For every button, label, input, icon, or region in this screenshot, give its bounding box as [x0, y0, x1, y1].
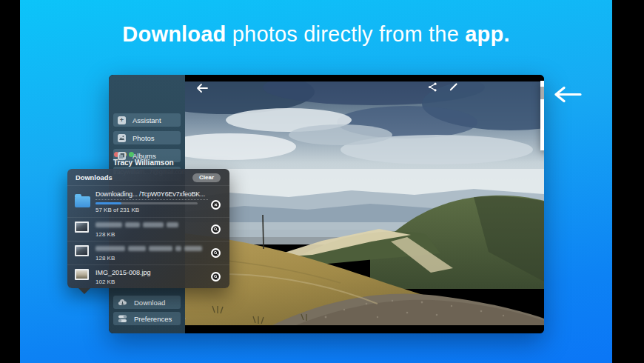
download-size: 128 KB — [95, 255, 115, 262]
download-row: IMG_2015-008.jpg 102 KB — [67, 264, 229, 288]
reveal-in-finder-button[interactable] — [211, 272, 221, 282]
albums-icon — [118, 152, 126, 160]
blurred-filename — [95, 222, 178, 227]
downloads-title: Downloads — [76, 174, 113, 182]
clear-button[interactable]: Clear — [192, 173, 221, 182]
blurred-filename — [95, 246, 202, 251]
menu-item-add-to-album[interactable]: Add to album — [540, 120, 544, 132]
landscape-photo — [185, 81, 544, 325]
photo-thumbnail — [75, 222, 89, 233]
menu-item-add-to-shared-album[interactable]: Add to shared album — [540, 136, 544, 148]
download-row: 128 KB — [67, 241, 229, 264]
menu-item-rotate[interactable]: Rotate Shift+R — [540, 104, 544, 116]
sidebar-item-label: Download — [134, 299, 165, 307]
pointer-arrow-icon — [551, 85, 583, 104]
context-menu: Download Rotate Shift+R Add to album Add… — [540, 81, 544, 150]
download-size: 102 KB — [95, 279, 115, 285]
reveal-in-finder-button[interactable] — [211, 224, 221, 234]
magnifier-icon — [212, 250, 219, 256]
progress-fill — [95, 202, 121, 204]
sidebar-item-label: Albums — [133, 152, 156, 160]
sidebar-item-assistant[interactable]: + Assistant — [113, 113, 181, 127]
plus-icon: + — [118, 116, 126, 124]
photos-icon — [118, 134, 126, 142]
progress-bar — [95, 202, 198, 204]
photo-thumbnail — [75, 269, 89, 280]
downloads-header: Downloads Clear — [67, 169, 229, 185]
cancel-download-button[interactable] — [211, 200, 221, 210]
reveal-in-finder-button[interactable] — [211, 248, 221, 258]
menu-item-download[interactable]: Download — [540, 87, 544, 99]
magnifier-icon — [212, 273, 219, 280]
sidebar-item-label: Assistant — [133, 116, 161, 124]
folder-icon — [75, 196, 90, 207]
share-icon[interactable] — [428, 82, 437, 92]
sidebar-item-label: Photos — [133, 134, 155, 142]
download-row-active: Downloading... /TcpW0Y6Ev7xfeoBK... 57 K… — [67, 185, 229, 217]
cloud-download-icon — [118, 299, 127, 306]
popover-tail — [78, 288, 90, 294]
download-size: 128 KB — [95, 231, 115, 238]
back-arrow-icon[interactable] — [195, 83, 209, 93]
download-row: 128 KB — [67, 217, 229, 241]
sidebar-item-label: Preferences — [134, 315, 172, 323]
magnifier-icon — [212, 226, 219, 233]
photo-thumbnail — [75, 245, 89, 256]
edit-pencil-icon[interactable] — [449, 82, 458, 92]
title-bold-download: Download — [122, 22, 226, 46]
page-title: Download photos directly from the app. — [20, 22, 612, 47]
toggles-icon — [118, 315, 127, 323]
download-filename: IMG_2015-008.jpg — [95, 269, 151, 276]
marketing-slide: Download photos directly from the app. — [0, 0, 644, 363]
download-filename: Downloading... /TcpW0Y6Ev7xfeoBK... — [95, 190, 208, 200]
downloads-popover: Downloads Clear Downloading... /TcpW0Y6E… — [67, 169, 229, 288]
photo-viewer: Download Rotate Shift+R Add to album Add… — [185, 75, 544, 333]
sidebar-item-download[interactable]: Download — [113, 296, 181, 309]
title-regular: photos directly from the — [227, 22, 466, 46]
sidebar-item-preferences[interactable]: Preferences — [113, 312, 181, 325]
cancel-x-icon — [212, 202, 219, 208]
download-size: 57 KB of 231 KB — [95, 207, 139, 213]
sidebar-item-albums[interactable]: Albums — [113, 149, 181, 162]
title-bold-app: app. — [465, 22, 509, 46]
sidebar-item-photos[interactable]: Photos — [113, 131, 181, 144]
